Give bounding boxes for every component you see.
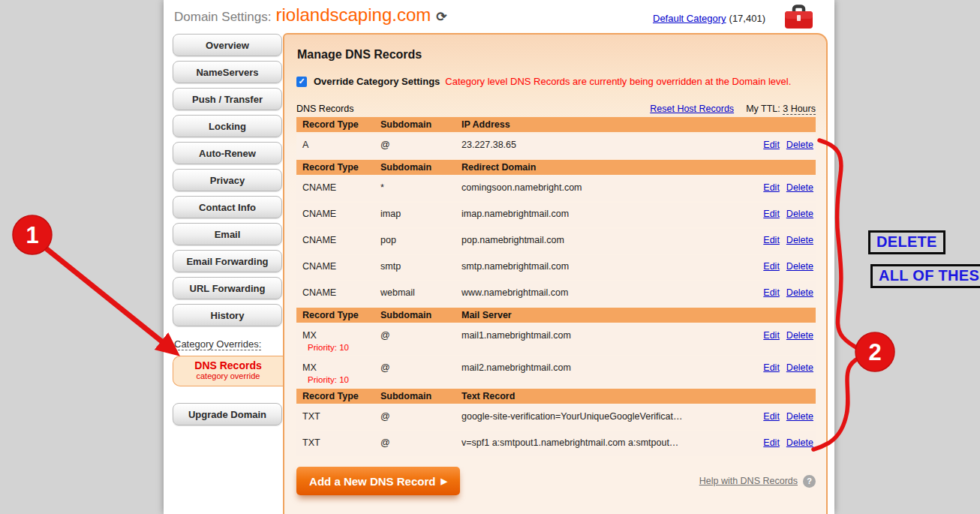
delete-link[interactable]: Delete bbox=[786, 235, 813, 245]
edit-link[interactable]: Edit bbox=[763, 182, 780, 193]
table-row: CNAMEsmtpsmtp.namebrightmail.comEditDele… bbox=[296, 255, 816, 280]
record-type-cell: A bbox=[296, 140, 380, 150]
edit-link[interactable]: Edit bbox=[763, 362, 780, 373]
page-title-label: Domain Settings: bbox=[174, 10, 271, 24]
default-category-link[interactable]: Default Category bbox=[653, 13, 726, 24]
delete-link[interactable]: Delete bbox=[786, 411, 813, 422]
question-mark-icon[interactable]: ? bbox=[803, 475, 816, 488]
edit-link[interactable]: Edit bbox=[763, 261, 780, 272]
record-type-value: MX bbox=[302, 362, 380, 373]
column-header-record-type: Record Type bbox=[296, 162, 380, 173]
annotation-arrow-1 bbox=[45, 248, 171, 349]
refresh-icon[interactable]: ⟳ bbox=[436, 10, 446, 24]
record-type-value: CNAME bbox=[302, 182, 380, 193]
record-value-cell: 23.227.38.65 bbox=[461, 140, 727, 150]
edit-link[interactable]: Edit bbox=[763, 140, 780, 150]
panel-title: Manage DNS Records bbox=[297, 48, 816, 62]
annotation-number-1: 1 bbox=[26, 222, 38, 248]
record-type-cell: CNAME bbox=[296, 235, 380, 245]
edit-link[interactable]: Edit bbox=[763, 209, 780, 219]
record-priority: Priority: 10 bbox=[302, 343, 380, 352]
subdomain-cell: pop bbox=[380, 235, 461, 245]
column-header-value: Mail Server bbox=[461, 310, 727, 320]
annotation-circle-1 bbox=[13, 215, 52, 254]
record-priority: Priority: 10 bbox=[302, 375, 380, 384]
help-dns-records-link[interactable]: Help with DNS Records bbox=[699, 476, 798, 486]
delete-link[interactable]: Delete bbox=[786, 437, 813, 448]
column-header-value: IP Address bbox=[461, 119, 727, 130]
upgrade-domain-button[interactable]: Upgrade Domain bbox=[173, 403, 282, 425]
column-header-value: Redirect Domain bbox=[461, 162, 727, 173]
column-header-subdomain: Subdomain bbox=[380, 391, 461, 401]
sidebar-item-locking[interactable]: Locking bbox=[173, 115, 282, 137]
edit-link[interactable]: Edit bbox=[763, 411, 780, 422]
record-type-cell: CNAME bbox=[296, 287, 380, 298]
sidebar-item-history[interactable]: History bbox=[173, 304, 282, 326]
delete-link[interactable]: Delete bbox=[786, 140, 813, 150]
dns-override-subtitle: category override bbox=[175, 371, 281, 381]
sidebar-item-auto-renew[interactable]: Auto-Renew bbox=[173, 142, 282, 164]
add-dns-record-label: Add a New DNS Record bbox=[309, 475, 435, 488]
column-header-record-type: Record Type bbox=[296, 119, 380, 130]
sidebar-item-nameservers[interactable]: NameServers bbox=[173, 61, 282, 83]
sidebar-item-overview[interactable]: Overview bbox=[173, 34, 282, 56]
column-header-subdomain: Subdomain bbox=[380, 162, 461, 173]
column-header-value: Text Record bbox=[461, 391, 727, 401]
edit-link[interactable]: Edit bbox=[763, 330, 780, 341]
edit-link[interactable]: Edit bbox=[763, 287, 780, 298]
subdomain-cell: webmail bbox=[380, 287, 461, 298]
annotation-number-2: 2 bbox=[868, 339, 881, 365]
override-settings-row: Override Category Settings Category leve… bbox=[296, 76, 816, 87]
toolbox-icon[interactable] bbox=[783, 5, 814, 33]
row-actions: EditDelete bbox=[727, 330, 816, 341]
delete-link[interactable]: Delete bbox=[786, 182, 813, 193]
record-type-value: CNAME bbox=[302, 235, 380, 245]
category-overrides-label[interactable]: Category Overrides: bbox=[174, 338, 261, 350]
manage-dns-panel: Manage DNS Records Override Category Set… bbox=[283, 33, 828, 514]
default-category-count: (17,401) bbox=[729, 13, 765, 24]
sidebar-item-url-forwarding[interactable]: URL Forwarding bbox=[173, 277, 282, 299]
sidebar-item-email-forwarding[interactable]: Email Forwarding bbox=[173, 250, 282, 272]
table-row: A@23.227.38.65EditDelete bbox=[296, 134, 816, 158]
row-actions: EditDelete bbox=[727, 261, 816, 272]
override-category-checkbox[interactable] bbox=[296, 77, 307, 87]
delete-link[interactable]: Delete bbox=[786, 261, 813, 272]
add-dns-record-button[interactable]: Add a New DNS Record ▶ bbox=[296, 467, 460, 495]
sidebar-item-dns-records-override[interactable]: DNS Records category override bbox=[173, 356, 283, 386]
annotation-all-of-these-label: ALL OF THESE bbox=[870, 264, 980, 288]
table-row: CNAMEimapimap.namebrightmail.comEditDele… bbox=[296, 203, 816, 227]
table-row: MXPriority: 10@mail1.namebrightmail.comE… bbox=[296, 324, 816, 355]
sidebar-item-push-transfer[interactable]: Push / Transfer bbox=[173, 88, 282, 110]
override-checkbox-label: Override Category Settings bbox=[314, 76, 440, 87]
column-header-record-type: Record Type bbox=[296, 391, 380, 401]
ttl-value[interactable]: 3 Hours bbox=[783, 104, 816, 115]
edit-link[interactable]: Edit bbox=[763, 437, 780, 448]
delete-link[interactable]: Delete bbox=[786, 287, 813, 298]
subdomain-cell: @ bbox=[380, 140, 461, 150]
sidebar-item-contact-info[interactable]: Contact Info bbox=[173, 196, 282, 218]
sidebar-item-privacy[interactable]: Privacy bbox=[173, 169, 282, 191]
column-header-subdomain: Subdomain bbox=[380, 119, 461, 130]
table-section-header: Record TypeSubdomainRedirect Domain bbox=[296, 160, 816, 175]
record-type-cell: TXT bbox=[296, 437, 380, 448]
row-actions: EditDelete bbox=[727, 437, 816, 448]
category-header: Default Category(17,401) bbox=[653, 13, 765, 24]
edit-link[interactable]: Edit bbox=[763, 235, 780, 245]
delete-link[interactable]: Delete bbox=[786, 209, 813, 219]
record-value-cell: v=spf1 a:smtpout1.namebrightmail.com a:s… bbox=[461, 437, 727, 448]
record-type-cell: CNAME bbox=[296, 182, 380, 193]
table-section-header: Record TypeSubdomainText Record bbox=[296, 389, 816, 404]
page-header: Domain Settings:riolandscaping.com⟳ bbox=[174, 5, 446, 26]
delete-link[interactable]: Delete bbox=[786, 362, 813, 373]
sidebar-item-email[interactable]: Email bbox=[173, 223, 282, 245]
record-value-cell: smtp.namebrightmail.com bbox=[461, 261, 727, 272]
table-section-header: Record TypeSubdomainIP Address bbox=[296, 117, 816, 132]
arrow-right-icon: ▶ bbox=[440, 476, 446, 486]
reset-host-records-link[interactable]: Reset Host Records bbox=[650, 104, 734, 114]
record-type-value: CNAME bbox=[302, 287, 380, 298]
delete-link[interactable]: Delete bbox=[786, 330, 813, 341]
ttl-label: My TTL: bbox=[746, 104, 780, 114]
record-type-cell: CNAME bbox=[296, 261, 380, 272]
row-actions: EditDelete bbox=[727, 235, 816, 245]
subdomain-cell: @ bbox=[380, 411, 461, 422]
